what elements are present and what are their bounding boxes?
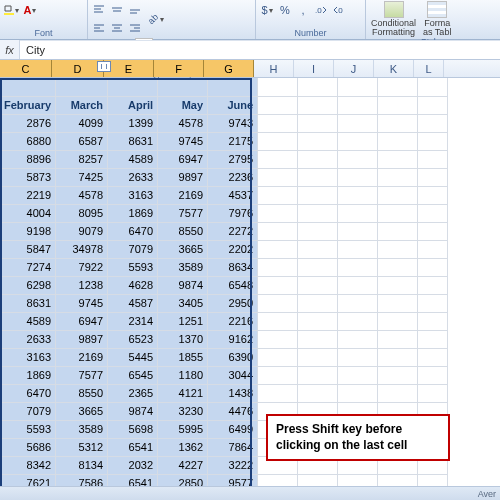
table-header-cell[interactable]: June bbox=[208, 96, 258, 114]
column-header-G[interactable]: G bbox=[204, 60, 254, 77]
increase-decimal-button[interactable]: .0 bbox=[312, 1, 330, 19]
table-cell[interactable]: 7274 bbox=[0, 258, 56, 276]
empty-cell[interactable] bbox=[258, 96, 298, 114]
table-cell[interactable]: 6390 bbox=[208, 348, 258, 366]
table-cell[interactable]: 6947 bbox=[56, 312, 108, 330]
empty-cell[interactable] bbox=[298, 366, 338, 384]
table-cell[interactable]: 2175 bbox=[208, 132, 258, 150]
table-cell[interactable]: 5312 bbox=[56, 438, 108, 456]
empty-cell[interactable] bbox=[258, 168, 298, 186]
empty-cell[interactable] bbox=[418, 384, 448, 402]
empty-cell[interactable] bbox=[258, 222, 298, 240]
empty-cell[interactable] bbox=[378, 330, 418, 348]
empty-cell[interactable] bbox=[298, 78, 338, 96]
empty-cell[interactable] bbox=[298, 186, 338, 204]
table-cell[interactable]: 4587 bbox=[108, 294, 158, 312]
table-cell[interactable]: 2169 bbox=[56, 348, 108, 366]
column-header-L[interactable]: L bbox=[414, 60, 444, 77]
empty-cell[interactable] bbox=[338, 204, 378, 222]
column-header-K[interactable]: K bbox=[374, 60, 414, 77]
empty-cell[interactable] bbox=[378, 258, 418, 276]
table-header-cell[interactable]: May bbox=[158, 96, 208, 114]
table-cell[interactable]: 9743 bbox=[208, 114, 258, 132]
table-cell[interactable]: 9874 bbox=[158, 276, 208, 294]
table-cell[interactable]: 6541 bbox=[108, 474, 158, 486]
table-cell[interactable]: 5686 bbox=[0, 438, 56, 456]
fill-color-button[interactable]: ▾ bbox=[2, 1, 20, 19]
table-cell[interactable]: 7425 bbox=[56, 168, 108, 186]
empty-cell[interactable] bbox=[258, 78, 298, 96]
table-cell[interactable]: 1399 bbox=[108, 114, 158, 132]
table-cell[interactable]: 2850 bbox=[158, 474, 208, 486]
empty-cell[interactable] bbox=[258, 240, 298, 258]
empty-cell[interactable] bbox=[418, 348, 448, 366]
table-cell[interactable]: 7079 bbox=[0, 402, 56, 420]
empty-cell[interactable] bbox=[258, 276, 298, 294]
align-middle-button[interactable] bbox=[108, 1, 126, 19]
table-cell[interactable]: 8550 bbox=[56, 384, 108, 402]
table-cell[interactable]: 9874 bbox=[108, 402, 158, 420]
empty-cell[interactable] bbox=[258, 204, 298, 222]
empty-cell[interactable] bbox=[378, 132, 418, 150]
formula-input[interactable]: City bbox=[20, 40, 500, 59]
table-cell[interactable] bbox=[158, 78, 208, 96]
empty-cell[interactable] bbox=[258, 312, 298, 330]
empty-cell[interactable] bbox=[338, 384, 378, 402]
table-cell[interactable]: 8631 bbox=[108, 132, 158, 150]
empty-cell[interactable] bbox=[378, 186, 418, 204]
table-cell[interactable]: 3589 bbox=[158, 258, 208, 276]
column-header-C[interactable]: C bbox=[0, 60, 52, 77]
table-cell[interactable]: 5847 bbox=[0, 240, 56, 258]
table-cell[interactable]: 6548 bbox=[208, 276, 258, 294]
table-cell[interactable]: 1370 bbox=[158, 330, 208, 348]
table-cell[interactable]: 9897 bbox=[56, 330, 108, 348]
empty-cell[interactable] bbox=[418, 78, 448, 96]
table-cell[interactable]: 2876 bbox=[0, 114, 56, 132]
empty-cell[interactable] bbox=[338, 366, 378, 384]
table-cell[interactable]: 3222 bbox=[208, 456, 258, 474]
table-cell[interactable]: 4589 bbox=[0, 312, 56, 330]
table-cell[interactable]: 3044 bbox=[208, 366, 258, 384]
table-cell[interactable]: 1438 bbox=[208, 384, 258, 402]
column-header-H[interactable]: H bbox=[254, 60, 294, 77]
empty-cell[interactable] bbox=[258, 384, 298, 402]
currency-button[interactable]: $▾ bbox=[258, 1, 276, 19]
decrease-decimal-button[interactable]: .0 bbox=[330, 1, 348, 19]
empty-cell[interactable] bbox=[418, 366, 448, 384]
align-center-button[interactable] bbox=[108, 19, 126, 37]
table-cell[interactable]: 4099 bbox=[56, 114, 108, 132]
empty-cell[interactable] bbox=[258, 474, 298, 486]
table-cell[interactable]: 5873 bbox=[0, 168, 56, 186]
table-cell[interactable]: 1238 bbox=[56, 276, 108, 294]
table-cell[interactable]: 7586 bbox=[56, 474, 108, 486]
empty-cell[interactable] bbox=[258, 150, 298, 168]
empty-cell[interactable] bbox=[338, 330, 378, 348]
table-cell[interactable]: 9745 bbox=[158, 132, 208, 150]
empty-cell[interactable] bbox=[418, 276, 448, 294]
empty-cell[interactable] bbox=[418, 132, 448, 150]
empty-cell[interactable] bbox=[258, 348, 298, 366]
empty-cell[interactable] bbox=[338, 222, 378, 240]
empty-cell[interactable] bbox=[338, 276, 378, 294]
table-cell[interactable]: 9577 bbox=[208, 474, 258, 486]
table-cell[interactable]: 5593 bbox=[108, 258, 158, 276]
table-cell[interactable]: 9897 bbox=[158, 168, 208, 186]
table-cell[interactable]: 2314 bbox=[108, 312, 158, 330]
empty-cell[interactable] bbox=[418, 240, 448, 258]
empty-cell[interactable] bbox=[418, 114, 448, 132]
table-cell[interactable]: 4227 bbox=[158, 456, 208, 474]
empty-cell[interactable] bbox=[418, 222, 448, 240]
empty-cell[interactable] bbox=[418, 204, 448, 222]
empty-cell[interactable] bbox=[338, 150, 378, 168]
table-cell[interactable]: 3665 bbox=[158, 240, 208, 258]
fx-button[interactable]: fx bbox=[0, 40, 20, 59]
table-cell[interactable]: 2202 bbox=[208, 240, 258, 258]
table-cell[interactable]: 1869 bbox=[0, 366, 56, 384]
empty-cell[interactable] bbox=[418, 258, 448, 276]
table-cell[interactable]: 4004 bbox=[0, 204, 56, 222]
empty-cell[interactable] bbox=[338, 258, 378, 276]
empty-cell[interactable] bbox=[338, 114, 378, 132]
empty-cell[interactable] bbox=[298, 114, 338, 132]
table-cell[interactable]: 4589 bbox=[108, 150, 158, 168]
empty-cell[interactable] bbox=[298, 348, 338, 366]
